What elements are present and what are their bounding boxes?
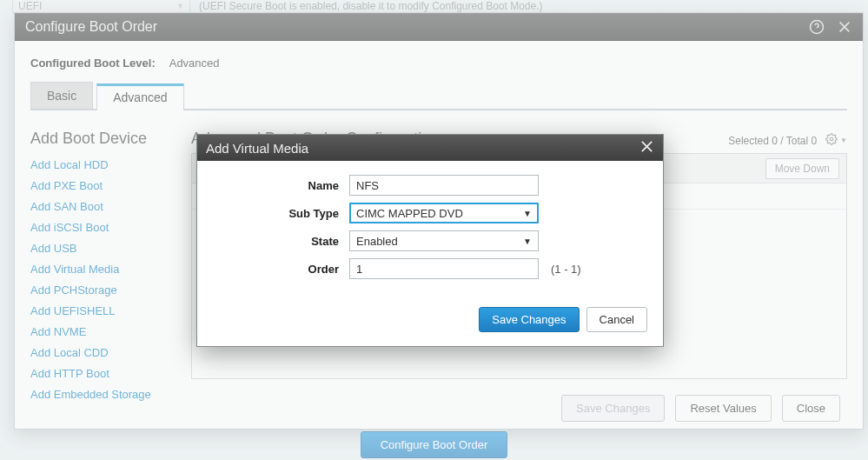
- modal-header: Configure Boot Order: [15, 13, 863, 41]
- close-icon[interactable]: [837, 19, 852, 35]
- link-add-uefishell[interactable]: Add UEFISHELL: [30, 304, 165, 317]
- link-add-local-hdd[interactable]: Add Local HDD: [30, 158, 165, 171]
- gear-icon: [825, 133, 838, 148]
- selection-counts: Selected 0 / Total 0: [728, 135, 817, 147]
- configure-boot-order-button[interactable]: Configure Boot Order: [361, 431, 508, 458]
- save-changes-button: Save Changes: [561, 395, 665, 422]
- add-virtual-media-dialog: Add Virtual Media Name Sub Type CIMC MAP…: [196, 134, 664, 347]
- order-label: Order: [197, 263, 349, 276]
- subtype-label: Sub Type: [197, 207, 349, 220]
- link-add-usb[interactable]: Add USB: [30, 242, 165, 255]
- state-select[interactable]: Enabled ▼: [349, 230, 539, 251]
- tabstrip: Basic Advanced: [30, 82, 847, 110]
- link-add-san-boot[interactable]: Add SAN Boot: [30, 200, 165, 213]
- chevron-down-icon: ▼: [523, 209, 532, 218]
- table-settings-menu[interactable]: ▼: [825, 133, 847, 148]
- name-input[interactable]: [349, 175, 539, 196]
- tab-advanced[interactable]: Advanced: [96, 83, 183, 110]
- svg-point-1: [830, 137, 833, 141]
- chevron-down-icon: ▼: [523, 237, 532, 246]
- help-icon[interactable]: [809, 19, 825, 35]
- chevron-down-icon: ▼: [840, 137, 847, 144]
- add-boot-device-links: Add Local HDD Add PXE Boot Add SAN Boot …: [30, 158, 165, 401]
- dialog-title: Add Virtual Media: [206, 141, 308, 156]
- boot-level-value: Advanced: [169, 57, 220, 70]
- subtype-value: CIMC MAPPED DVD: [356, 207, 463, 220]
- link-add-nvme[interactable]: Add NVME: [30, 325, 165, 338]
- state-value: Enabled: [356, 235, 398, 248]
- order-input[interactable]: [349, 258, 539, 279]
- link-add-pchstorage[interactable]: Add PCHStorage: [30, 283, 165, 297]
- close-button[interactable]: Close: [782, 395, 840, 422]
- tab-basic[interactable]: Basic: [30, 82, 93, 109]
- link-add-http-boot[interactable]: Add HTTP Boot: [30, 367, 165, 380]
- dialog-save-button[interactable]: Save Changes: [479, 307, 579, 332]
- link-add-embedded-storage[interactable]: Add Embedded Storage: [30, 388, 165, 401]
- move-down-button[interactable]: Move Down: [765, 158, 839, 179]
- boot-level-label: Configured Boot Level:: [30, 57, 156, 70]
- modal-title: Configure Boot Order: [25, 19, 157, 35]
- add-boot-device-title: Add Boot Device: [30, 130, 165, 148]
- subtype-select[interactable]: CIMC MAPPED DVD ▼: [349, 203, 539, 223]
- dialog-cancel-button[interactable]: Cancel: [586, 307, 647, 332]
- link-add-local-cdd[interactable]: Add Local CDD: [30, 346, 165, 359]
- dialog-header: Add Virtual Media: [197, 135, 663, 161]
- close-icon[interactable]: [639, 139, 654, 157]
- link-add-iscsi-boot[interactable]: Add iSCSI Boot: [30, 221, 165, 234]
- link-add-pxe-boot[interactable]: Add PXE Boot: [30, 179, 165, 192]
- state-label: State: [197, 235, 349, 248]
- order-hint: (1 - 1): [551, 263, 581, 276]
- link-add-virtual-media[interactable]: Add Virtual Media: [30, 263, 165, 276]
- reset-values-button[interactable]: Reset Values: [675, 395, 771, 422]
- name-label: Name: [197, 179, 349, 192]
